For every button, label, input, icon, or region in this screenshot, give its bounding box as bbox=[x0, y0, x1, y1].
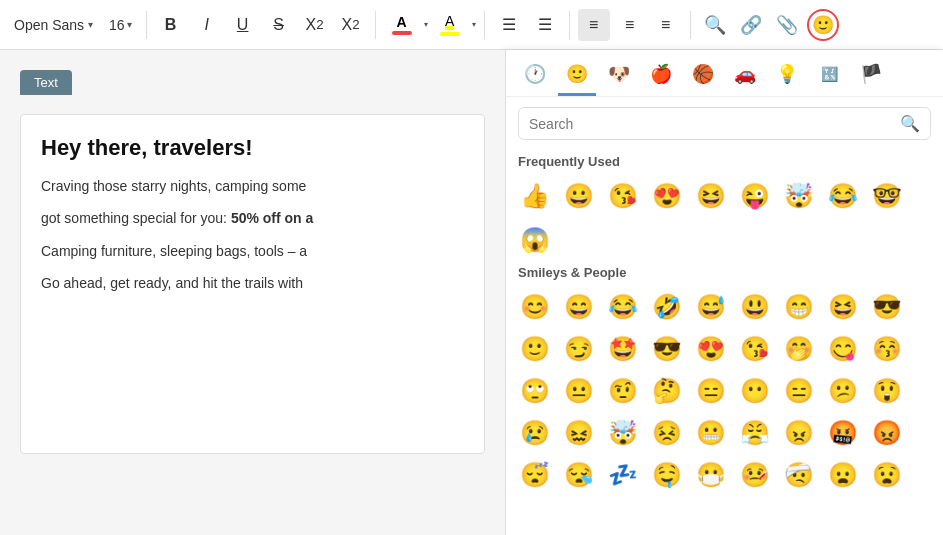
emoji-sm-6[interactable]: 😃 bbox=[734, 286, 776, 328]
emoji-sm-33[interactable]: 😤 bbox=[734, 412, 776, 454]
text-block: Hey there, travelers! Craving those star… bbox=[20, 114, 485, 454]
superscript-button[interactable]: X2 bbox=[335, 9, 367, 41]
emoji-sm-3[interactable]: 😂 bbox=[602, 286, 644, 328]
emoji-sm-45[interactable]: 😧 bbox=[866, 454, 908, 496]
underline-button[interactable]: U bbox=[227, 9, 259, 41]
tab-label[interactable]: Text bbox=[20, 70, 72, 95]
highlight-color-bar bbox=[440, 32, 460, 36]
align-left-button[interactable]: ≡ bbox=[578, 9, 610, 41]
emoji-laughing[interactable]: 😆 bbox=[690, 175, 732, 217]
emoji-sm-31[interactable]: 😣 bbox=[646, 412, 688, 454]
emoji-sm-41[interactable]: 😷 bbox=[690, 454, 732, 496]
emoji-sm-13[interactable]: 😎 bbox=[646, 328, 688, 370]
emoji-joy[interactable]: 😂 bbox=[822, 175, 864, 217]
highlight-color-wrapper[interactable]: A ▾ bbox=[432, 9, 476, 41]
font-color-letter: A bbox=[397, 15, 407, 29]
more-button[interactable]: 📎 bbox=[771, 9, 803, 41]
emoji-scroll-area[interactable]: Frequently Used 👍 😀 😘 😍 😆 😜 🤯 😂 🤓 😱 Smil… bbox=[506, 150, 943, 535]
emoji-sm-22[interactable]: 🤔 bbox=[646, 370, 688, 412]
emoji-sm-15[interactable]: 😘 bbox=[734, 328, 776, 370]
cat-tab-animals[interactable]: 🐶 bbox=[600, 58, 638, 96]
emoji-sm-44[interactable]: 😦 bbox=[822, 454, 864, 496]
cat-tab-food[interactable]: 🍎 bbox=[642, 58, 680, 96]
smileys-grid-2: 🙂 😏 🤩 😎 😍 😘 🤭 😋 😚 bbox=[506, 328, 943, 370]
emoji-sm-21[interactable]: 🤨 bbox=[602, 370, 644, 412]
emoji-sm-37[interactable]: 😴 bbox=[514, 454, 556, 496]
emoji-sm-26[interactable]: 😕 bbox=[822, 370, 864, 412]
font-name: Open Sans bbox=[14, 17, 84, 33]
emoji-button[interactable]: 🙂 bbox=[807, 9, 839, 41]
emoji-sm-43[interactable]: 🤕 bbox=[778, 454, 820, 496]
cat-tab-recent[interactable]: 🕐 bbox=[516, 58, 554, 96]
emoji-sm-2[interactable]: 😄 bbox=[558, 286, 600, 328]
font-color-wrapper[interactable]: A ▾ bbox=[384, 9, 428, 41]
emoji-sm-20[interactable]: 😐 bbox=[558, 370, 600, 412]
font-size-selector[interactable]: 16 ▾ bbox=[103, 13, 138, 37]
emoji-sm-19[interactable]: 🙄 bbox=[514, 370, 556, 412]
emoji-sm-30[interactable]: 🤯 bbox=[602, 412, 644, 454]
emoji-sm-9[interactable]: 😎 bbox=[866, 286, 908, 328]
smileys-grid-5: 😴 😪 💤 🤤 😷 🤒 🤕 😦 😧 bbox=[506, 454, 943, 496]
bold-offer: 50% off on a bbox=[231, 210, 313, 226]
emoji-sm-42[interactable]: 🤒 bbox=[734, 454, 776, 496]
emoji-sm-34[interactable]: 😠 bbox=[778, 412, 820, 454]
highlight-color-button[interactable]: A bbox=[432, 9, 468, 41]
font-dropdown-arrow: ▾ bbox=[88, 19, 93, 30]
editor-para3: Go ahead, get ready, and hit the trails … bbox=[41, 272, 464, 294]
emoji-sm-27[interactable]: 😲 bbox=[866, 370, 908, 412]
list-unordered-button[interactable]: ☰ bbox=[493, 9, 525, 41]
font-selector[interactable]: Open Sans ▾ bbox=[8, 13, 99, 37]
emoji-sm-12[interactable]: 🤩 bbox=[602, 328, 644, 370]
cat-tab-objects[interactable]: 💡 bbox=[768, 58, 806, 96]
font-color-button[interactable]: A bbox=[384, 9, 420, 41]
emoji-sm-39[interactable]: 💤 bbox=[602, 454, 644, 496]
emoji-sm-8[interactable]: 😆 bbox=[822, 286, 864, 328]
cat-tab-symbols[interactable]: 🔣 bbox=[810, 58, 848, 96]
list-ordered-button[interactable]: ☰ bbox=[529, 9, 561, 41]
link-button[interactable]: 🔗 bbox=[735, 9, 767, 41]
align-center-button[interactable]: ≡ bbox=[614, 9, 646, 41]
emoji-thumbsup[interactable]: 👍 bbox=[514, 175, 556, 217]
emoji-sm-5[interactable]: 😅 bbox=[690, 286, 732, 328]
emoji-sm-38[interactable]: 😪 bbox=[558, 454, 600, 496]
emoji-sm-35[interactable]: 🤬 bbox=[822, 412, 864, 454]
emoji-sm-10[interactable]: 🙂 bbox=[514, 328, 556, 370]
emoji-sm-28[interactable]: 😢 bbox=[514, 412, 556, 454]
emoji-sm-11[interactable]: 😏 bbox=[558, 328, 600, 370]
emoji-sm-1[interactable]: 😊 bbox=[514, 286, 556, 328]
emoji-sm-40[interactable]: 🤤 bbox=[646, 454, 688, 496]
emoji-sm-16[interactable]: 🤭 bbox=[778, 328, 820, 370]
emoji-exploding[interactable]: 🤯 bbox=[778, 175, 820, 217]
emoji-sm-24[interactable]: 😶 bbox=[734, 370, 776, 412]
emoji-sm-29[interactable]: 😖 bbox=[558, 412, 600, 454]
emoji-nerd[interactable]: 🤓 bbox=[866, 175, 908, 217]
cat-tab-travel[interactable]: 🚗 bbox=[726, 58, 764, 96]
emoji-wink-tongue[interactable]: 😜 bbox=[734, 175, 776, 217]
italic-button[interactable]: I bbox=[191, 9, 223, 41]
emoji-sm-25[interactable]: 😑 bbox=[778, 370, 820, 412]
smileys-label: Smileys & People bbox=[506, 261, 943, 286]
editor-heading: Hey there, travelers! bbox=[41, 135, 464, 161]
emoji-sm-14[interactable]: 😍 bbox=[690, 328, 732, 370]
cat-tab-activities[interactable]: 🏀 bbox=[684, 58, 722, 96]
emoji-kiss[interactable]: 😘 bbox=[602, 175, 644, 217]
emoji-sm-4[interactable]: 🤣 bbox=[646, 286, 688, 328]
emoji-sm-32[interactable]: 😬 bbox=[690, 412, 732, 454]
search-person-button[interactable]: 🔍 bbox=[699, 9, 731, 41]
subscript-button[interactable]: X2 bbox=[299, 9, 331, 41]
emoji-sm-18[interactable]: 😚 bbox=[866, 328, 908, 370]
cat-tab-flags[interactable]: 🏴 bbox=[852, 58, 890, 96]
strikethrough-button[interactable]: S bbox=[263, 9, 295, 41]
bold-button[interactable]: B bbox=[155, 9, 187, 41]
align-right-button[interactable]: ≡ bbox=[650, 9, 682, 41]
editor-area: Text Hey there, travelers! Craving those… bbox=[0, 50, 505, 535]
emoji-search-input[interactable] bbox=[529, 116, 892, 132]
emoji-sm-7[interactable]: 😁 bbox=[778, 286, 820, 328]
cat-tab-smileys[interactable]: 🙂 bbox=[558, 58, 596, 96]
emoji-sm-36[interactable]: 😡 bbox=[866, 412, 908, 454]
emoji-scream[interactable]: 😱 bbox=[514, 219, 556, 261]
emoji-sm-23[interactable]: 😑 bbox=[690, 370, 732, 412]
emoji-sm-17[interactable]: 😋 bbox=[822, 328, 864, 370]
emoji-heart-eyes[interactable]: 😍 bbox=[646, 175, 688, 217]
emoji-grin[interactable]: 😀 bbox=[558, 175, 600, 217]
